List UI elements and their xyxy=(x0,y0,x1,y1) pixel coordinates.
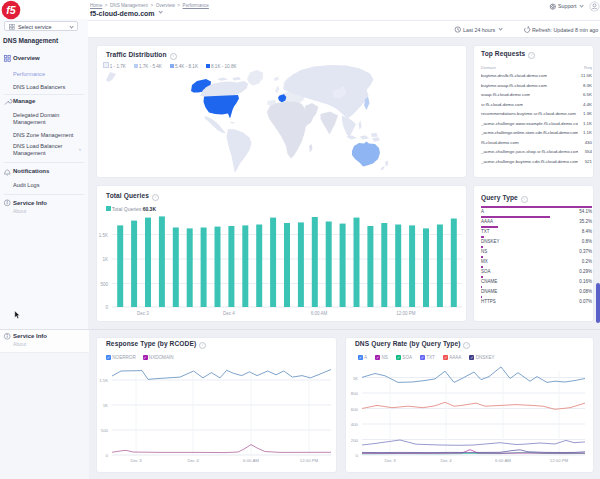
svg-text:0: 0 xyxy=(356,453,359,458)
svg-text:0: 0 xyxy=(105,305,108,310)
svg-text:500: 500 xyxy=(101,428,109,433)
svg-text:Dec 4: Dec 4 xyxy=(440,458,452,463)
svg-text:200: 200 xyxy=(351,438,359,443)
svg-text:800: 800 xyxy=(351,391,359,396)
svg-text:1.5K: 1.5K xyxy=(99,233,108,238)
svg-text:600: 600 xyxy=(351,407,359,412)
svg-text:6:00 AM: 6:00 AM xyxy=(495,458,511,463)
svg-text:12:00 PM: 12:00 PM xyxy=(550,458,569,463)
svg-text:400: 400 xyxy=(351,422,359,427)
svg-text:500: 500 xyxy=(100,282,108,287)
svg-text:12:00 PM: 12:00 PM xyxy=(396,311,416,316)
svg-text:0: 0 xyxy=(106,453,109,458)
svg-text:Dec 3: Dec 3 xyxy=(130,458,142,463)
svg-text:12:00 PM: 12:00 PM xyxy=(300,458,319,463)
svg-text:f5: f5 xyxy=(6,4,15,16)
svg-text:Dec 4: Dec 4 xyxy=(187,458,199,463)
svg-text:Dec 4: Dec 4 xyxy=(223,311,235,316)
svg-text:Dec 3: Dec 3 xyxy=(137,311,149,316)
svg-text:6:00 AM: 6:00 AM xyxy=(311,311,328,316)
svg-text:1.5K: 1.5K xyxy=(99,378,108,383)
svg-text:1K: 1K xyxy=(103,403,108,408)
svg-text:1K: 1K xyxy=(102,257,108,262)
svg-text:Dec 3: Dec 3 xyxy=(384,458,396,463)
svg-text:1K: 1K xyxy=(353,376,358,381)
svg-text:6:00 AM: 6:00 AM xyxy=(243,458,259,463)
